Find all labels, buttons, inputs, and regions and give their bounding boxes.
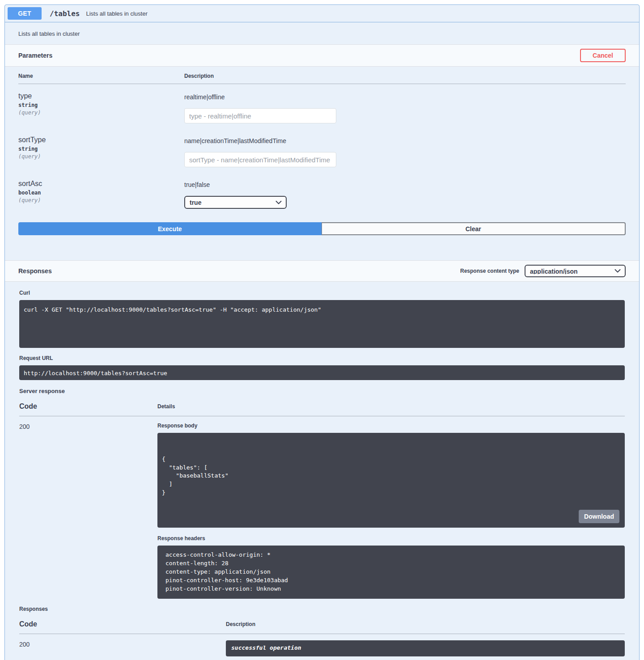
curl-command-block[interactable]: curl -X GET "http://localhost:9000/table…: [19, 300, 625, 348]
responses-header: Responses Response content type applicat…: [5, 260, 639, 282]
endpoint-summary-text: Lists all tables in cluster: [86, 10, 147, 17]
server-response-table: Code Details 200 Response body { "tables…: [19, 400, 625, 599]
parameter-description: realtime|offline: [184, 93, 626, 101]
server-response-row: 200 Response body { "tables": [ "basebal…: [19, 416, 625, 599]
response-body-json: { "tables": [ "baseballStats" ] }: [162, 455, 620, 497]
response-headers-label: Response headers: [157, 535, 625, 542]
curl-label: Curl: [19, 290, 625, 296]
spacer: [5, 245, 639, 260]
endpoint-description: Lists all tables in cluster: [5, 22, 639, 44]
documented-response-row: 200 successful operation Example Value M…: [19, 634, 625, 660]
status-code: 200: [19, 641, 30, 648]
cancel-button[interactable]: Cancel: [580, 49, 626, 62]
parameter-type: boolean: [18, 190, 184, 196]
parameters-header: Parameters Cancel: [5, 44, 639, 67]
request-url-label: Request URL: [19, 355, 625, 361]
parameter-name: sortType: [18, 136, 184, 144]
parameter-description: true|false: [184, 181, 626, 188]
execute-button[interactable]: Execute: [18, 222, 322, 235]
documented-responses-table: Code Description 200 successful operatio…: [19, 618, 625, 660]
clear-button[interactable]: Clear: [322, 222, 626, 235]
parameter-type: string: [18, 146, 184, 152]
column-header-name: Name: [18, 67, 184, 84]
parameter-type: string: [18, 102, 184, 108]
endpoint-path: /tables: [50, 9, 80, 18]
response-content-type-label: Response content type: [460, 268, 519, 274]
execute-row: Execute Clear: [18, 222, 626, 235]
parameter-row-sort-type: sortType string (query) name|creationTim…: [18, 128, 626, 172]
responses-title: Responses: [18, 267, 52, 275]
response-headers-block[interactable]: access-control-allow-origin: * content-l…: [157, 546, 625, 598]
column-header-description: Description: [184, 67, 626, 84]
column-header-description: Description: [226, 618, 625, 634]
parameter-row-type: type string (query) realtime|offline: [18, 84, 626, 128]
parameter-name: type: [18, 92, 184, 100]
parameter-location: (query): [18, 153, 184, 160]
sort-type-param-input[interactable]: [184, 152, 336, 167]
column-header-details: Details: [157, 400, 625, 416]
parameters-title: Parameters: [18, 52, 52, 59]
column-header-code: Code: [19, 400, 157, 416]
parameters-table-container: Name Description type string (query) rea…: [5, 67, 639, 213]
request-url-block[interactable]: http://localhost:9000/tables?sortAsc=tru…: [19, 365, 625, 380]
parameter-location: (query): [18, 110, 184, 116]
response-body-block[interactable]: { "tables": [ "baseballStats" ] } Downlo…: [157, 433, 625, 528]
documented-responses-title: Responses: [19, 606, 625, 612]
endpoint-block-get-tables: GET /tables Lists all tables in cluster …: [4, 4, 640, 660]
column-header-code: Code: [19, 618, 226, 634]
parameter-location: (query): [18, 197, 184, 203]
parameter-description: name|creationTime|lastModifiedTime: [184, 137, 626, 144]
response-description-box: successful operation: [226, 640, 625, 656]
parameter-row-sort-asc: sortAsc boolean (query) true|false true: [18, 172, 626, 213]
download-button[interactable]: Download: [579, 510, 619, 523]
parameter-name: sortAsc: [18, 180, 184, 188]
response-content-type-select[interactable]: application/json: [525, 265, 626, 277]
responses-content: Curl curl -X GET "http://localhost:9000/…: [5, 282, 639, 660]
type-param-input[interactable]: [184, 108, 336, 123]
endpoint-summary-bar[interactable]: GET /tables Lists all tables in cluster: [5, 5, 639, 22]
response-body-label: Response body: [157, 423, 625, 429]
sort-asc-select[interactable]: true: [184, 196, 287, 209]
status-code: 200: [19, 423, 30, 430]
http-method-badge: GET: [8, 7, 42, 20]
server-response-title: Server response: [19, 388, 625, 394]
